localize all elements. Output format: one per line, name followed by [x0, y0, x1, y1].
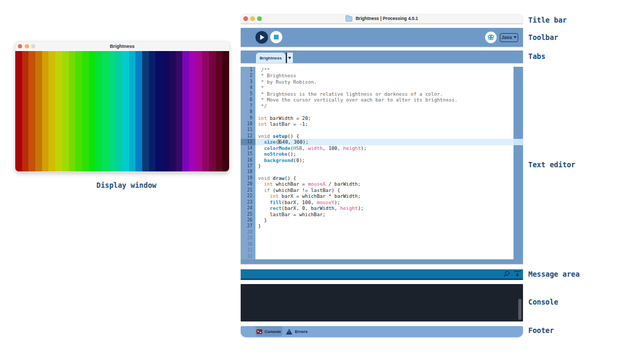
code-line: colorMode(HSB, width, 100, height); — [255, 145, 514, 151]
color-bar — [135, 51, 142, 171]
line-number: 17 — [241, 163, 255, 169]
line-number: 7 — [241, 103, 255, 109]
code-line: void draw() { — [255, 175, 514, 181]
tab-menu-button[interactable] — [287, 53, 293, 63]
color-bar — [115, 51, 122, 171]
display-window-caption: Display window — [15, 181, 238, 189]
zoom-icon[interactable] — [257, 16, 262, 21]
search-icon[interactable] — [503, 270, 510, 278]
code-line — [255, 169, 514, 175]
line-number: 4 — [241, 85, 255, 90]
zoom-icon — [31, 44, 35, 48]
color-bar — [55, 51, 62, 171]
butterfly-icon — [487, 34, 495, 41]
line-number: 3 — [241, 79, 255, 85]
color-bar — [222, 51, 229, 171]
annotation-footer: Footer — [528, 326, 554, 335]
color-bar — [216, 51, 223, 171]
console-scrollbar-thumb[interactable] — [518, 299, 521, 320]
display-window: Brightness — [15, 42, 229, 172]
console-tab-label: Console — [264, 329, 281, 334]
code-line: lastBar = whichBar; — [255, 211, 514, 217]
stage: Brightness Display window Brightness | P… — [0, 0, 632, 364]
annotation-tabs: Tabs — [528, 52, 546, 61]
ide-tab-bar: Brightness — [241, 50, 523, 63]
close-icon[interactable] — [18, 44, 22, 48]
color-bar — [42, 51, 49, 171]
mode-selector[interactable]: Java — [500, 33, 518, 42]
annotation-console: Console — [528, 297, 558, 307]
color-bar — [75, 51, 82, 171]
code-area[interactable]: /** * Brightness * by Rusty Robison. * *… — [255, 67, 514, 259]
line-number: 16 — [241, 157, 255, 163]
line-number: 30 — [241, 241, 255, 247]
message-area — [241, 269, 523, 280]
color-bar — [142, 51, 149, 171]
line-number: 31 — [241, 247, 255, 253]
editor-horizontal-scrollbar[interactable] — [241, 259, 523, 264]
line-number: 9 — [241, 115, 255, 121]
color-bar — [176, 51, 183, 171]
line-number: 23 — [241, 199, 255, 205]
line-number: 21 — [241, 187, 255, 193]
color-bar — [149, 51, 156, 171]
console-panel[interactable] — [241, 284, 523, 321]
line-number: 32 — [241, 254, 255, 259]
display-window-title: Brightness — [110, 44, 134, 49]
folder-icon — [345, 16, 352, 22]
code-line: if (whichBar != lastBar) { — [255, 187, 514, 193]
tab-brightness[interactable]: Brightness — [256, 53, 285, 63]
errors-tab-label: Errors — [295, 329, 308, 334]
stop-button[interactable] — [270, 31, 282, 43]
text-editor[interactable]: 1234567891011121314151617181920212223242… — [241, 67, 523, 264]
color-bar — [162, 51, 169, 171]
code-line: background(0); — [255, 157, 514, 163]
line-number: 11 — [241, 127, 255, 133]
code-line: /** — [255, 67, 514, 73]
line-number: 29 — [241, 235, 255, 241]
line-number: 14 — [241, 145, 255, 151]
debug-button[interactable] — [485, 32, 497, 43]
line-number: 27 — [241, 223, 255, 229]
scrollbar-current-line-marker — [514, 139, 523, 145]
code-line — [255, 247, 514, 253]
ide-title-bar[interactable]: Brightness | Processing 4.0.1 — [241, 14, 523, 24]
chevron-down-icon — [288, 57, 291, 59]
ide-window-title: Brightness | Processing 4.0.1 — [345, 16, 418, 22]
line-number: 10 — [241, 121, 255, 127]
run-button[interactable] — [255, 31, 268, 44]
code-line: } — [255, 223, 514, 229]
line-number: 5 — [241, 91, 255, 97]
line-number: 12 — [241, 133, 255, 139]
console-tab[interactable]: Console — [255, 326, 282, 337]
color-bar — [202, 51, 209, 171]
close-icon[interactable] — [243, 16, 248, 21]
display-canvas[interactable] — [15, 51, 229, 171]
collapse-console-icon[interactable] — [514, 270, 521, 278]
line-number-gutter: 1234567891011121314151617181920212223242… — [241, 67, 255, 259]
line-number: 24 — [241, 205, 255, 211]
color-bar — [109, 51, 116, 171]
minimize-icon[interactable] — [250, 16, 255, 21]
code-line: * by Rusty Robison. — [255, 79, 514, 85]
display-window-traffic-lights — [18, 44, 35, 48]
color-bar — [69, 51, 76, 171]
color-bar — [102, 51, 109, 171]
color-bar — [209, 51, 216, 171]
minimize-icon[interactable] — [25, 44, 29, 48]
editor-scrollbar[interactable] — [514, 67, 523, 259]
code-line: * Brightness — [255, 73, 514, 78]
color-bar — [82, 51, 89, 171]
errors-tab[interactable]: Errors — [286, 326, 308, 337]
display-window-title-bar[interactable]: Brightness — [15, 42, 229, 51]
line-number: 6 — [241, 97, 255, 103]
line-number: 18 — [241, 169, 255, 175]
code-line: fill(barX, 100, mouseY); — [255, 199, 514, 205]
code-line: int barX = whichBar * barWidth; — [255, 193, 514, 199]
color-bar — [182, 51, 189, 171]
color-bar — [48, 51, 55, 171]
color-bar — [196, 51, 203, 171]
code-line — [255, 241, 514, 247]
code-line: void setup() { — [255, 133, 514, 139]
annotation-toolbar: Toolbar — [528, 33, 558, 42]
